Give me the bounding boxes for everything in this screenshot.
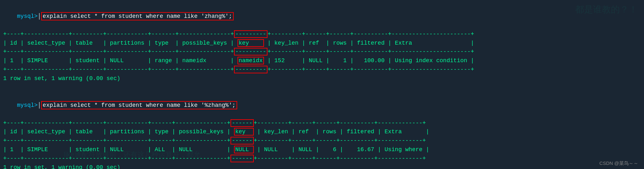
key-col-highlight-4: ------	[231, 119, 254, 127]
prompt-mysql-1: mysql>	[17, 13, 38, 19]
table1-sep-bot: +----+-------------+---------+----------…	[0, 65, 644, 74]
query1-box: explain select * from student where name…	[41, 12, 234, 20]
table1-sep-mid: +----+-------------+---------+----------…	[0, 48, 644, 56]
rowcount2: 1 row in set, 1 warning (0.00 sec)	[0, 163, 644, 169]
key-val-highlight-1: nameidx	[238, 57, 264, 64]
prompt-mysql-2: mysql>	[17, 102, 38, 108]
key-col-highlight-2: ---------	[234, 48, 267, 55]
cursor-2: │	[38, 102, 41, 108]
blank1	[0, 83, 644, 92]
key-val-highlight-2: NULL	[234, 146, 254, 153]
query2-box: explain select * from student where name…	[41, 101, 237, 109]
key-col-highlight-5: ------	[231, 137, 254, 144]
key-col-highlight-3: ---------	[234, 66, 267, 73]
query1-line: mysql>│explain select * from student whe…	[0, 3, 644, 30]
key-col-highlight-1: ---------	[234, 30, 267, 38]
terminal: 都是谁教的？！ mysql>│explain select * from stu…	[0, 0, 644, 169]
table2-sep-top: +----+-------------+---------+----------…	[0, 119, 644, 128]
watermark: CSDN @菜鸟～～	[599, 160, 638, 166]
query2-line: mysql>│explain select * from student whe…	[0, 92, 644, 119]
table1-header: | id | select_type | table | partitions …	[0, 39, 644, 48]
table1-sep-top: +----+-------------+---------+----------…	[0, 30, 644, 39]
cursor-1: │	[38, 13, 41, 19]
key-header-highlight-1: key	[238, 39, 264, 47]
key-header-highlight-2: key	[234, 128, 254, 136]
rowcount1: 1 row in set, 1 warning (0.00 sec)	[0, 74, 644, 83]
table2-row1: | 1 | SIMPLE | student | NULL | ALL | NU…	[0, 145, 644, 154]
key-col-highlight-6: ------	[231, 155, 254, 162]
table2-sep-bot: +----+-------------+---------+----------…	[0, 154, 644, 163]
table2-header: | id | select_type | table | partitions …	[0, 128, 644, 136]
table1-row1: | 1 | SIMPLE | student | NULL | range | …	[0, 56, 644, 65]
table2-sep-mid: +----+-------------+---------+----------…	[0, 136, 644, 145]
